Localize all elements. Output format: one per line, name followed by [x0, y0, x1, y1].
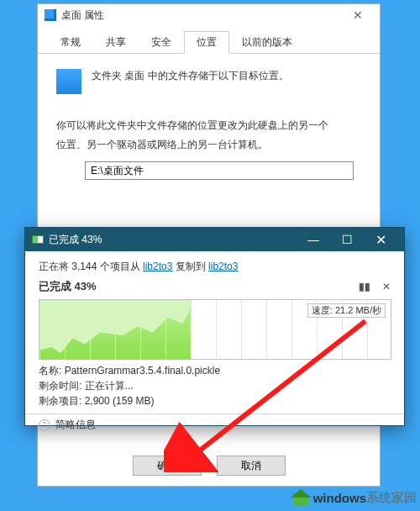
pause-button[interactable]: ▮▮ — [359, 281, 370, 292]
dialog-button-row: 确定 取消 — [38, 456, 380, 476]
speed-label: 速度: 21.2 MB/秒 — [307, 303, 386, 318]
chevron-up-icon: ˄ — [39, 419, 50, 431]
move-description-line1: 你可以将此文件夹中文件存储的位置更改为此硬盘上的另一个 — [56, 118, 361, 134]
tab-sharing[interactable]: 共享 — [93, 31, 139, 54]
time-remaining: 正在计算... — [85, 380, 134, 392]
properties-titlebar[interactable]: 桌面 属性 ✕ — [38, 4, 380, 26]
tab-general[interactable]: 常规 — [48, 31, 93, 54]
tab-location[interactable]: 位置 — [184, 31, 229, 54]
current-file-name: PatternGrammar3.5.4.final.0.pickle — [65, 365, 220, 377]
progress-label: 已完成 43% — [39, 279, 359, 294]
location-path-input[interactable] — [85, 161, 354, 180]
folder-icon — [45, 9, 56, 21]
source-link[interactable]: lib2to3 — [143, 261, 172, 272]
copy-body: 正在将 3,144 个项目从 lib2to3 复制到 lib2to3 已完成 4… — [25, 251, 404, 439]
fewer-details-button[interactable]: ˄ 简略信息 — [39, 418, 391, 432]
watermark: windows系统家园 — [290, 489, 417, 506]
folder-description: 文件夹 桌面 中的文件存储于以下目标位置。 — [92, 69, 289, 83]
desktop-icon — [56, 69, 81, 94]
tab-security[interactable]: 安全 — [139, 31, 184, 54]
items-remaining: 2,900 (159 MB) — [85, 395, 155, 407]
window-title: 桌面 属性 — [61, 8, 343, 23]
house-icon — [290, 489, 312, 506]
maximize-button[interactable]: ☐ — [330, 228, 364, 251]
copying-line: 正在将 3,144 个项目从 lib2to3 复制到 lib2to3 — [39, 260, 391, 274]
copy-details: 名称: PatternGrammar3.5.4.final.0.pickle 剩… — [39, 363, 391, 408]
copy-title: 已完成 43% — [49, 233, 102, 247]
close-button[interactable]: ✕ — [364, 228, 397, 251]
cancel-button[interactable]: 取消 — [217, 456, 286, 476]
close-button[interactable]: ✕ — [343, 7, 373, 24]
move-description-line2: 位置、另一个驱动器或网络上的另一台计算机。 — [56, 137, 361, 153]
copy-icon — [32, 235, 44, 244]
tab-strip: 常规 共享 安全 位置 以前的版本 — [38, 31, 380, 54]
ok-button[interactable]: 确定 — [133, 456, 202, 476]
minimize-button[interactable]: — — [297, 228, 330, 251]
cancel-copy-button[interactable]: ✕ — [382, 281, 391, 292]
dest-link[interactable]: lib2to3 — [208, 261, 238, 272]
copy-progress-window: 已完成 43% — ☐ ✕ 正在将 3,144 个项目从 lib2to3 复制到… — [24, 227, 405, 426]
tab-previous-versions[interactable]: 以前的版本 — [229, 31, 305, 54]
copy-titlebar[interactable]: 已完成 43% — ☐ ✕ — [25, 228, 404, 251]
speed-chart: 速度: 21.2 MB/秒 — [39, 299, 391, 360]
tab-body: 文件夹 桌面 中的文件存储于以下目标位置。 你可以将此文件夹中文件存储的位置更改… — [38, 54, 380, 180]
